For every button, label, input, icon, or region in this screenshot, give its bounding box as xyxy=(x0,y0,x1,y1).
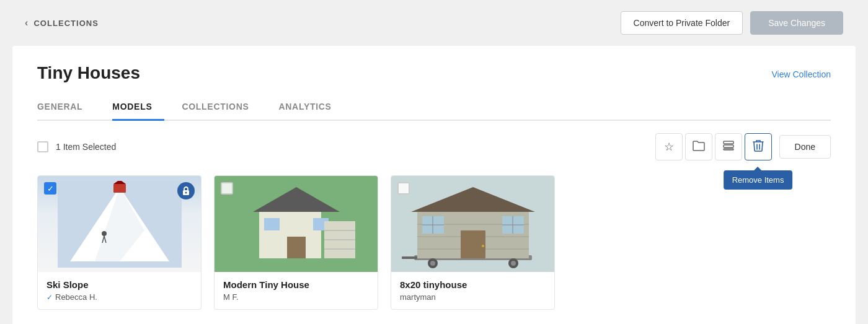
svg-rect-16 xyxy=(287,237,306,258)
models-grid: ✓ xyxy=(37,175,831,310)
folder-icon xyxy=(693,140,705,154)
svg-rect-0 xyxy=(724,141,733,144)
card-checkbox-modern-house[interactable] xyxy=(221,182,233,195)
nav-collections-label: COLLECTIONS xyxy=(33,19,99,28)
tab-models[interactable]: MODELS xyxy=(112,94,164,121)
select-all-checkbox[interactable] xyxy=(37,141,48,152)
stack-button[interactable] xyxy=(715,133,742,160)
tab-analytics[interactable]: ANALYTICS xyxy=(278,94,343,121)
back-nav[interactable]: ‹ COLLECTIONS xyxy=(25,17,99,28)
svg-point-10 xyxy=(102,231,107,236)
model-author-ski-slope: ✓ Rebecca H. xyxy=(46,292,192,302)
author-name: martyman xyxy=(400,292,436,302)
svg-rect-35 xyxy=(461,230,485,258)
author-verified-icon: ✓ xyxy=(46,293,53,302)
svg-rect-17 xyxy=(264,218,280,230)
thumbnail-tiny-house xyxy=(391,176,554,272)
action-icons: ☆ xyxy=(655,133,831,160)
folder-button[interactable] xyxy=(685,133,712,160)
tab-general[interactable]: GENERAL xyxy=(37,94,95,121)
selection-left: 1 Item Selected xyxy=(37,141,116,152)
page-header: Tiny Houses View Collection xyxy=(37,46,831,83)
author-name: Rebecca H. xyxy=(55,292,97,302)
tab-collections[interactable]: COLLECTIONS xyxy=(182,94,261,121)
top-bar: ‹ COLLECTIONS Convert to Private Folder … xyxy=(0,0,868,46)
delete-icon xyxy=(753,139,764,155)
model-card-ski-slope: ✓ xyxy=(37,175,202,310)
star-button[interactable]: ☆ xyxy=(655,133,683,160)
lock-badge-ski-slope xyxy=(177,182,195,199)
selection-count-text: 1 Item Selected xyxy=(56,142,116,152)
view-collection-link[interactable]: View Collection xyxy=(772,69,831,79)
star-icon: ☆ xyxy=(664,140,674,154)
ski-slope-illustration xyxy=(58,181,182,268)
svg-rect-29 xyxy=(402,256,417,259)
convert-button[interactable]: Convert to Private Folder xyxy=(621,11,743,35)
page-wrapper: ‹ COLLECTIONS Convert to Private Folder … xyxy=(0,0,868,324)
selection-bar: 1 Item Selected ☆ xyxy=(37,121,831,170)
model-name-ski-slope: Ski Slope xyxy=(46,279,192,290)
thumbnail-ski-slope: ✓ xyxy=(38,176,201,272)
model-author-modern-house: M F. xyxy=(223,292,369,302)
svg-point-28 xyxy=(511,261,516,266)
model-card-modern-house: Modern Tiny House M F. xyxy=(214,175,378,310)
model-info-tiny-house: 8x20 tinyhouse martyman xyxy=(391,272,554,309)
svg-point-4 xyxy=(185,192,187,194)
model-name-modern-house: Modern Tiny House xyxy=(223,279,369,290)
svg-rect-8 xyxy=(113,184,126,193)
back-arrow-icon: ‹ xyxy=(25,17,29,28)
author-name: M F. xyxy=(223,292,239,302)
model-info-ski-slope: Ski Slope ✓ Rebecca H. xyxy=(38,272,201,309)
card-checkbox-ski-slope[interactable]: ✓ xyxy=(44,182,56,195)
stack-icon xyxy=(722,140,735,154)
main-content: Tiny Houses View Collection GENERAL MODE… xyxy=(12,46,856,324)
svg-rect-1 xyxy=(724,145,733,147)
done-button[interactable]: Done xyxy=(779,135,831,159)
svg-point-26 xyxy=(430,261,435,266)
thumbnail-modern-house xyxy=(215,176,378,272)
card-checkbox-tiny-house[interactable] xyxy=(397,182,410,195)
top-actions: Convert to Private Folder Save Changes xyxy=(621,11,843,35)
save-button[interactable]: Save Changes xyxy=(750,11,843,35)
model-card-tiny-house: 8x20 tinyhouse martyman xyxy=(391,175,555,310)
tiny-house-illustration xyxy=(399,178,547,271)
model-author-tiny-house: martyman xyxy=(400,292,546,302)
svg-point-36 xyxy=(482,245,484,247)
modern-house-illustration xyxy=(228,178,365,271)
page-title: Tiny Houses xyxy=(37,63,140,83)
model-name-tiny-house: 8x20 tinyhouse xyxy=(400,279,546,290)
model-info-modern-house: Modern Tiny House M F. xyxy=(215,272,378,309)
tabs: GENERAL MODELS COLLECTIONS ANALYTICS xyxy=(37,94,831,121)
svg-rect-2 xyxy=(724,149,733,150)
delete-button[interactable]: Remove Items xyxy=(745,133,772,160)
